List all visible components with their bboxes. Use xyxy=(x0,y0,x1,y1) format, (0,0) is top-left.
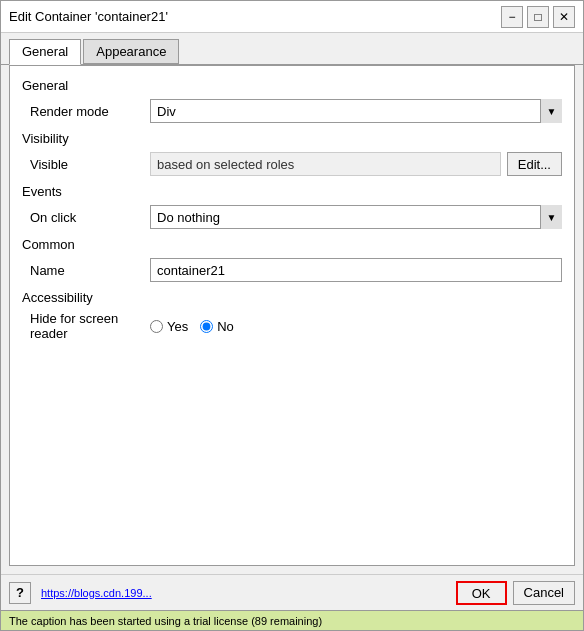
edit-button[interactable]: Edit... xyxy=(507,152,562,176)
radio-no-option[interactable]: No xyxy=(200,319,234,334)
section-visibility-label: Visibility xyxy=(22,131,562,146)
window-title: Edit Container 'container21' xyxy=(9,9,168,24)
section-accessibility-label: Accessibility xyxy=(22,290,562,305)
status-text: The caption has been started using a tri… xyxy=(9,615,322,627)
content-area: General Render mode Div Span None ▼ Visi… xyxy=(9,65,575,566)
window-controls: − □ ✕ xyxy=(501,6,575,28)
screen-reader-row: Hide for screen reader Yes No xyxy=(22,311,562,341)
footer-url[interactable]: https://blogs.cdn.199... xyxy=(41,587,152,599)
visible-label: Visible xyxy=(30,157,150,172)
visible-row: Visible Edit... xyxy=(22,152,562,176)
title-bar: Edit Container 'container21' − □ ✕ xyxy=(1,1,583,33)
status-bar: The caption has been started using a tri… xyxy=(1,610,583,630)
render-mode-label: Render mode xyxy=(30,104,150,119)
render-mode-select[interactable]: Div Span None xyxy=(150,99,562,123)
edit-container-window: Edit Container 'container21' − □ ✕ Gener… xyxy=(0,0,584,631)
render-mode-select-wrapper: Div Span None ▼ xyxy=(150,99,562,123)
radio-yes-label: Yes xyxy=(167,319,188,334)
screen-reader-radio-group: Yes No xyxy=(150,319,234,334)
tab-general-label: General xyxy=(22,44,68,59)
tab-general[interactable]: General xyxy=(9,39,81,65)
tab-appearance[interactable]: Appearance xyxy=(83,39,179,64)
visible-field xyxy=(150,152,501,176)
help-button[interactable]: ? xyxy=(9,582,31,604)
on-click-control: Do nothing Navigate Submit ▼ xyxy=(150,205,562,229)
cancel-button[interactable]: Cancel xyxy=(513,581,575,605)
name-field[interactable] xyxy=(150,258,562,282)
name-label: Name xyxy=(30,263,150,278)
section-common-label: Common xyxy=(22,237,562,252)
minimize-button[interactable]: − xyxy=(501,6,523,28)
radio-yes-option[interactable]: Yes xyxy=(150,319,188,334)
radio-no-label: No xyxy=(217,319,234,334)
visible-control: Edit... xyxy=(150,152,562,176)
on-click-select-wrapper: Do nothing Navigate Submit ▼ xyxy=(150,205,562,229)
section-general-label: General xyxy=(22,78,562,93)
tab-appearance-label: Appearance xyxy=(96,44,166,59)
radio-no-input[interactable] xyxy=(200,320,213,333)
on-click-label: On click xyxy=(30,210,150,225)
close-button[interactable]: ✕ xyxy=(553,6,575,28)
radio-yes-input[interactable] xyxy=(150,320,163,333)
render-mode-row: Render mode Div Span None ▼ xyxy=(22,99,562,123)
on-click-row: On click Do nothing Navigate Submit ▼ xyxy=(22,205,562,229)
tab-bar: General Appearance xyxy=(1,33,583,65)
footer: ? https://blogs.cdn.199... OK Cancel xyxy=(1,574,583,610)
maximize-button[interactable]: □ xyxy=(527,6,549,28)
ok-button[interactable]: OK xyxy=(456,581,507,605)
on-click-select[interactable]: Do nothing Navigate Submit xyxy=(150,205,562,229)
render-mode-control: Div Span None ▼ xyxy=(150,99,562,123)
screen-reader-control: Yes No xyxy=(150,319,562,334)
name-control xyxy=(150,258,562,282)
name-row: Name xyxy=(22,258,562,282)
section-events-label: Events xyxy=(22,184,562,199)
screen-reader-label: Hide for screen reader xyxy=(30,311,150,341)
